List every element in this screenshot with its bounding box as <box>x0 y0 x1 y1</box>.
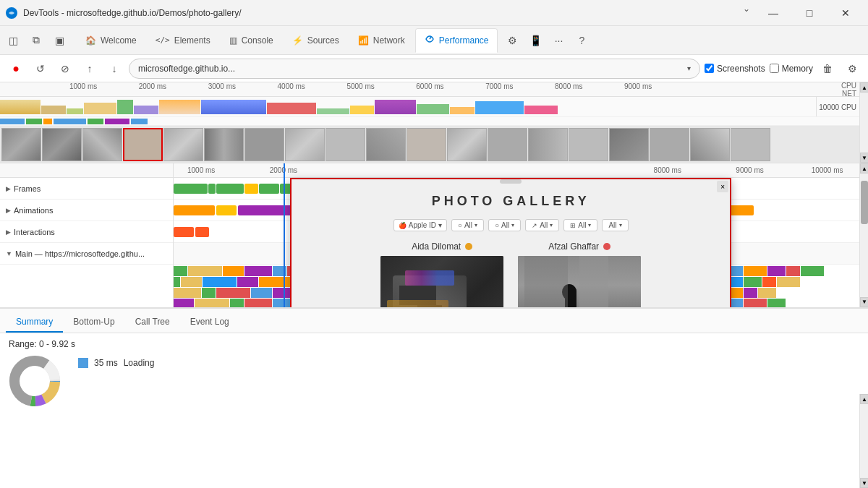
minimize-button[interactable]: — <box>757 1 790 25</box>
frames-label: Frames <box>14 184 41 193</box>
tab-console[interactable]: ▥ Console <box>221 28 282 53</box>
url-dropdown-icon[interactable]: ▾ <box>687 64 691 72</box>
range-label: Range: 0 - 9.92 s <box>9 339 859 349</box>
track-animations[interactable]: ▶ Animations <box>0 200 173 221</box>
ruler-mark-7000: 7000 ms <box>485 82 513 90</box>
url-text: microsoftedge.github.io... <box>138 64 681 74</box>
net-label: NET <box>842 90 856 98</box>
filter-all-5[interactable]: All ▾ <box>602 219 628 231</box>
more-tools[interactable]: ··· <box>548 30 569 51</box>
scrollbar-down-btn[interactable]: ▼ <box>860 153 868 163</box>
dock-button[interactable]: ▣ <box>49 30 69 51</box>
bottom-scroll-down[interactable]: ▼ <box>860 478 868 488</box>
frames-arrow-icon: ▶ <box>6 185 11 192</box>
tab-elements[interactable]: </> Elements <box>147 28 219 53</box>
trash-button[interactable]: 🗑 <box>817 59 838 79</box>
detach-button[interactable]: ⧉ <box>26 30 46 51</box>
tab-performance[interactable]: Performance <box>415 28 498 53</box>
photo-cards: Aida Dilomat <box>380 241 641 307</box>
pie-chart <box>9 355 61 407</box>
gallery-filters: 🍎 Apple ID ▾ ○ All ▾ ○ All ▾ <box>393 219 629 231</box>
tracks-scrollbar-thumb[interactable] <box>861 181 868 224</box>
filter-appleid-label: Apple ID ▾ <box>409 221 442 229</box>
sidebar-toggle[interactable]: ◫ <box>3 30 23 51</box>
filter-all-1[interactable]: ○ All ▾ <box>451 219 484 231</box>
tab-summary[interactable]: Summary <box>6 312 63 333</box>
record-button[interactable]: ● <box>6 59 26 79</box>
ruler2-mark-8000: 8000 ms <box>654 166 681 174</box>
track-main[interactable]: ▼ Main — https://microsoftedge.githu... <box>0 243 173 265</box>
ruler-mark-2000: 2000 ms <box>139 82 166 90</box>
close-button[interactable]: ✕ <box>829 1 862 25</box>
filter-all-3[interactable]: ↗ All ▾ <box>525 219 559 231</box>
legend-loading: 35 ms Loading <box>78 358 154 368</box>
filter-appleid[interactable]: 🍎 Apple ID ▾ <box>393 219 447 231</box>
network-icon: 📶 <box>358 35 369 46</box>
ruler-mark-4000: 4000 ms <box>278 82 305 90</box>
screenshot-close-btn[interactable]: × <box>717 181 728 192</box>
main-label: Main — https://microsoftedge.githu... <box>15 249 145 258</box>
track-frames[interactable]: ▶ Frames <box>0 178 173 200</box>
bottom-scroll-up[interactable]: ▲ <box>860 394 868 404</box>
tab-event-log[interactable]: Event Log <box>180 312 239 333</box>
clear-button[interactable]: ⊘ <box>55 59 75 79</box>
legend: 35 ms Loading <box>78 358 154 368</box>
track-interactions[interactable]: ▶ Interactions <box>0 221 173 243</box>
filter-all-2[interactable]: ○ All ▾ <box>488 219 521 231</box>
toolbar-settings-button[interactable]: ⚙ <box>842 59 862 79</box>
track-labels: ▶ Frames ▶ Animations ▶ Interactions ▼ M… <box>0 163 174 307</box>
settings-button[interactable]: ⚙ <box>502 30 522 51</box>
popup-drag-handle[interactable] <box>500 179 522 184</box>
screenshot-thumb-selected <box>123 128 163 161</box>
filter-all-4-text: All <box>578 221 586 229</box>
flame-left-spacer <box>0 265 173 307</box>
screenshot-thumb <box>204 128 244 161</box>
filter-all-1-label: ○ <box>458 221 462 229</box>
timeline-ruler-top: 1000 ms 2000 ms 3000 ms 4000 ms 5000 ms … <box>0 82 859 97</box>
tracks-scrollbar-track <box>860 174 868 297</box>
dropdown-icon[interactable]: ⌄ <box>739 1 754 16</box>
photo-image-2 <box>518 256 641 307</box>
filter-all-4[interactable]: ⊞ All ▾ <box>563 219 597 231</box>
tracks-scrollbar-down[interactable]: ▼ <box>860 297 868 307</box>
summary-content: Range: 0 - 9.92 s <box>0 333 868 489</box>
download-button[interactable]: ↓ <box>104 59 124 79</box>
tab-call-tree[interactable]: Call Tree <box>125 312 180 333</box>
device-emulation[interactable]: 📱 <box>525 30 545 51</box>
screenshots-checkbox[interactable] <box>705 64 714 73</box>
maximize-button[interactable]: □ <box>793 1 826 25</box>
tab-sources[interactable]: ⚡ Sources <box>284 28 348 53</box>
screenshots-strip[interactable] <box>0 126 859 163</box>
ruler-mark-8000: 8000 ms <box>555 82 582 90</box>
cpu-net-labels: CPU NET <box>816 82 859 98</box>
summary-row: 35 ms Loading <box>9 355 859 407</box>
person2-dot <box>603 243 610 250</box>
tab-network[interactable]: 📶 Network <box>349 28 414 53</box>
help-button[interactable]: ? <box>571 30 592 51</box>
url-bar: microsoftedge.github.io... ▾ <box>129 59 700 79</box>
screenshot-thumb <box>690 128 730 161</box>
reload-record-button[interactable]: ↺ <box>30 59 51 79</box>
filter-all-2-text: All <box>501 221 509 229</box>
filter-chevron-3: ▾ <box>550 222 553 228</box>
tab-bottom-up[interactable]: Bottom-Up <box>63 312 124 333</box>
bottom-scroll-track <box>860 404 868 478</box>
memory-checkbox[interactable] <box>770 64 779 73</box>
interactions-label: Interactions <box>14 228 55 236</box>
scrollbar-up-btn[interactable]: ▲ <box>860 82 868 93</box>
ruler-mark-6000: 6000 ms <box>416 82 443 90</box>
tracks-scrollbar: ▲ ▼ <box>859 163 868 307</box>
screenshot-thumb <box>488 128 527 161</box>
tab-bar: ◫ ⧉ ▣ 🏠 Welcome </> Elements ▥ Console ⚡… <box>0 26 868 55</box>
upload-button[interactable]: ↑ <box>80 59 100 79</box>
screenshot-thumb <box>650 128 689 161</box>
tracks-scrollbar-up[interactable]: ▲ <box>860 163 868 174</box>
screenshot-thumb <box>407 128 446 161</box>
window-controls: ⌄ — □ ✕ <box>739 1 862 25</box>
screenshot-thumb <box>42 128 82 161</box>
performance-icon <box>425 34 435 46</box>
second-ruler-left <box>0 163 173 178</box>
filter-chevron-2: ▾ <box>511 222 514 228</box>
tab-welcome[interactable]: 🏠 Welcome <box>77 28 145 53</box>
person2-name: Afzal Ghaffar <box>548 241 599 252</box>
